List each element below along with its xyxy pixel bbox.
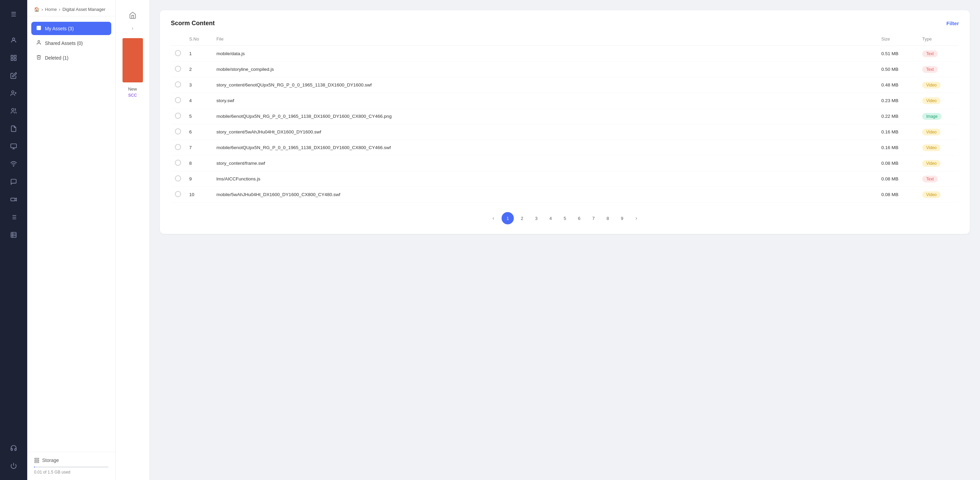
row-sno: 9	[185, 171, 212, 187]
type-badge: Text	[922, 50, 938, 57]
row-type: Video	[918, 140, 959, 156]
row-checkbox[interactable]	[175, 128, 181, 134]
row-checkbox[interactable]	[175, 113, 181, 119]
row-checkbox[interactable]	[175, 159, 181, 166]
filter-button[interactable]: Filter	[946, 21, 959, 26]
nav-sidebar: 🏠 › Home › Digital Asset Manager My Asse…	[27, 0, 116, 480]
page-3-button[interactable]: 3	[530, 212, 542, 224]
table-row: 5 mobile/6enotQUpx5N_RG_P_0_0_1965_1138_…	[171, 108, 959, 124]
panel-home-icon[interactable]	[124, 7, 141, 24]
nav-item-deleted[interactable]: Deleted (1)	[31, 51, 111, 64]
deleted-label: Deleted (1)	[45, 55, 68, 61]
row-checkbox[interactable]	[175, 81, 181, 88]
my-assets-label: My Assets (3)	[45, 26, 74, 31]
video-icon[interactable]	[6, 192, 21, 207]
storage-bar-fill	[34, 466, 35, 468]
user-icon[interactable]	[6, 33, 21, 48]
row-check-cell	[171, 93, 185, 108]
chat-icon[interactable]	[6, 174, 21, 189]
row-file: mobile/5wAhJHu04Ht_DX1600_DY1600_CX800_C…	[212, 187, 877, 203]
row-checkbox[interactable]	[175, 97, 181, 103]
nav-item-my-assets[interactable]: My Assets (3)	[31, 22, 111, 35]
row-type: Text	[918, 62, 959, 77]
edit-icon[interactable]	[6, 68, 21, 83]
row-sno: 3	[185, 77, 212, 93]
type-badge: Text	[922, 175, 938, 182]
row-file: story.swf	[212, 93, 877, 108]
table-row: 8 story_content/frame.swf 0.08 MB Video	[171, 156, 959, 171]
col-header-check	[171, 34, 185, 46]
col-header-size: Size	[877, 34, 918, 46]
panel-chevron-icon[interactable]: ›	[132, 25, 134, 31]
row-type: Image	[918, 108, 959, 124]
breadcrumb-home[interactable]: Home	[45, 7, 57, 12]
document-icon[interactable]	[6, 121, 21, 136]
power-icon[interactable]	[6, 458, 21, 473]
row-file: mobile/storyline_compiled.js	[212, 62, 877, 77]
row-checkbox[interactable]	[175, 191, 181, 197]
shared-assets-icon	[36, 40, 41, 46]
row-checkbox[interactable]	[175, 144, 181, 150]
table-row: 7 mobile/6enotQUpx5N_RG_P_0_0_1965_1138_…	[171, 140, 959, 156]
row-file: story_content/6enotQUpx5N_RG_P_0_0_1965_…	[212, 77, 877, 93]
nav-item-shared-assets[interactable]: Shared Assets (0)	[31, 37, 111, 50]
main-content: Scorm Content Filter S.No File Size Type…	[150, 0, 980, 480]
svg-rect-26	[37, 26, 41, 30]
row-size: 0.51 MB	[877, 46, 918, 62]
row-sno: 5	[185, 108, 212, 124]
row-check-cell	[171, 156, 185, 171]
row-sno: 1	[185, 46, 212, 62]
type-badge: Video	[922, 129, 940, 136]
table-body: 1 mobile/data.js 0.51 MB Text 2 mobile/s…	[171, 46, 959, 203]
headset-icon[interactable]	[6, 440, 21, 456]
col-header-file: File	[212, 34, 877, 46]
row-checkbox[interactable]	[175, 50, 181, 56]
panel-area: › New SCC	[116, 0, 150, 480]
row-type: Video	[918, 77, 959, 93]
list-icon[interactable]	[6, 210, 21, 225]
type-badge: Video	[922, 160, 940, 167]
page-9-button[interactable]: 9	[616, 212, 628, 224]
row-file: mobile/6enotQUpx5N_RG_P_0_0_1965_1138_DX…	[212, 108, 877, 124]
row-type: Text	[918, 46, 959, 62]
page-2-button[interactable]: 2	[516, 212, 528, 224]
card-header: Scorm Content Filter	[171, 20, 959, 27]
row-checkbox[interactable]	[175, 66, 181, 72]
grid-icon[interactable]	[6, 50, 21, 65]
breadcrumb-separator: ›	[41, 7, 43, 12]
signal-icon[interactable]	[6, 156, 21, 172]
table-row: 9 lms/AICCFunctions.js 0.08 MB Text	[171, 171, 959, 187]
row-size: 0.48 MB	[877, 77, 918, 93]
add-user-icon[interactable]	[6, 86, 21, 101]
asset-table: S.No File Size Type 1 mobile/data.js 0.5…	[171, 34, 959, 203]
group-icon[interactable]	[6, 104, 21, 118]
page-6-button[interactable]: 6	[573, 212, 585, 224]
row-check-cell	[171, 108, 185, 124]
svg-rect-2	[14, 56, 16, 57]
type-badge: Video	[922, 191, 940, 198]
row-size: 0.16 MB	[877, 124, 918, 140]
page-4-button[interactable]: 4	[544, 212, 557, 224]
svg-rect-3	[11, 59, 13, 61]
page-5-button[interactable]: 5	[559, 212, 571, 224]
next-page-button[interactable]: ›	[630, 212, 643, 224]
prev-page-button[interactable]: ‹	[487, 212, 500, 224]
row-checkbox[interactable]	[175, 175, 181, 182]
storage-section: Storage 0.01 of 1.5 GB used	[27, 452, 115, 480]
page-7-button[interactable]: 7	[587, 212, 600, 224]
svg-rect-4	[14, 59, 16, 61]
row-sno: 2	[185, 62, 212, 77]
deleted-icon	[36, 54, 41, 61]
menu-toggle-icon[interactable]: ☰	[6, 7, 21, 22]
row-file: mobile/data.js	[212, 46, 877, 62]
table-icon[interactable]	[6, 227, 21, 242]
row-check-cell	[171, 140, 185, 156]
page-8-button[interactable]: 8	[601, 212, 614, 224]
monitor-icon[interactable]	[6, 139, 21, 154]
row-sno: 4	[185, 93, 212, 108]
my-assets-icon	[36, 25, 41, 32]
breadcrumb-current: Digital Asset Manager	[62, 7, 105, 12]
type-badge: Video	[922, 82, 940, 89]
type-badge: Video	[922, 97, 940, 104]
page-1-button[interactable]: 1	[501, 212, 514, 224]
